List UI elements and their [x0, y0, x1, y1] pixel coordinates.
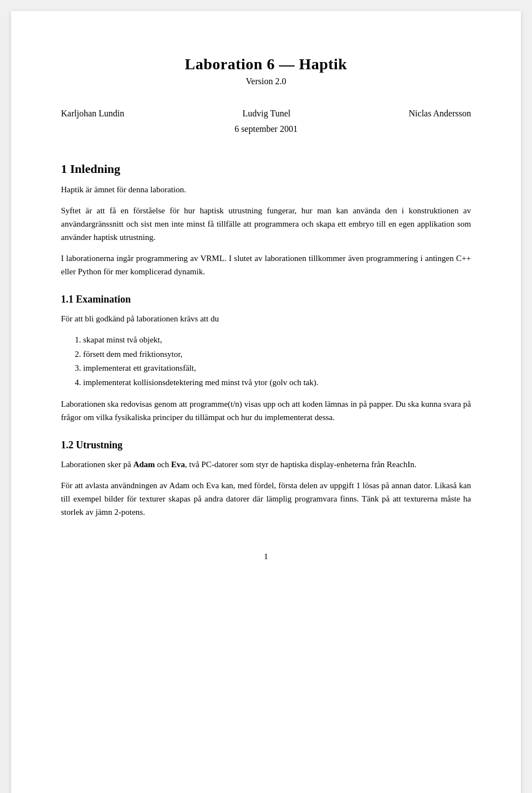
subsection2-heading: 1.2 Utrustning	[61, 439, 471, 451]
author3: Niclas Andersson	[409, 109, 471, 119]
page-number: 1	[61, 552, 471, 561]
subsection2-body1-part3: , två PC-datorer som styr de haptiska di…	[185, 460, 417, 469]
subsection2-body1: Laborationen sker på Adam och Eva, två P…	[61, 458, 471, 471]
list-item: skapat minst två objekt,	[83, 333, 471, 347]
page-title: Laboration 6 — Haptik	[61, 55, 471, 73]
section1-heading: 1 Inledning	[61, 162, 471, 176]
subsection2-body1-part2: och	[155, 460, 171, 469]
document-page: Laboration 6 — Haptik Version 2.0 Karljo…	[11, 11, 521, 793]
author2: Ludvig Tunel	[243, 109, 291, 119]
list-item: implementerat ett gravitationsfält,	[83, 361, 471, 376]
date-label: 6 september 2001	[61, 124, 471, 134]
subsection2-body2: För att avlasta användningen av Adam och…	[61, 479, 471, 519]
section1-intro: Haptik är ämnet för denna laboration.	[61, 183, 471, 196]
authors-row: Karljohan Lundin Ludvig Tunel Niclas And…	[61, 109, 471, 119]
subsection2-body1-part1: Laborationen sker på	[61, 460, 133, 469]
author1: Karljohan Lundin	[61, 109, 124, 119]
list-item: implementerat kollisionsdetektering med …	[83, 376, 471, 390]
section1-body2: I laborationerna ingår programmering av …	[61, 252, 471, 278]
list-item: försett dem med friktionsytor,	[83, 347, 471, 362]
subsection1-intro: För att bli godkänd på laborationen kräv…	[61, 312, 471, 325]
version-label: Version 2.0	[61, 76, 471, 86]
subsection2-bold1: Adam	[133, 460, 155, 469]
subsection1-body1: Laborationen ska redovisas genom att pro…	[61, 397, 471, 424]
subsection2-bold2: Eva	[171, 460, 185, 469]
subsection1-list: skapat minst två objekt, försett dem med…	[83, 333, 471, 390]
section1-body1: Syftet är att få en förståelse för hur h…	[61, 204, 471, 244]
subsection1-heading: 1.1 Examination	[61, 294, 471, 305]
